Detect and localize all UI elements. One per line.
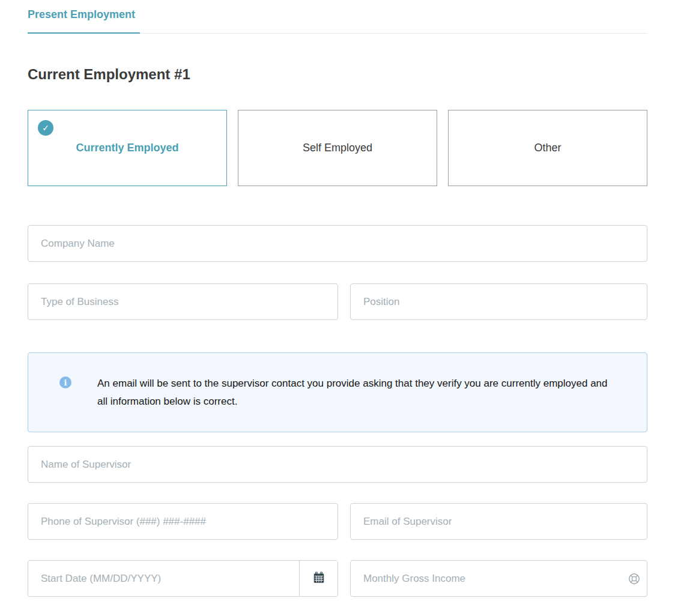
start-date-input[interactable]: [28, 561, 299, 596]
check-icon: ✓: [38, 120, 53, 136]
option-self-employed[interactable]: Self Employed: [238, 110, 437, 186]
option-label: Currently Employed: [76, 142, 178, 154]
tab-present-employment[interactable]: Present Employment: [28, 8, 140, 34]
option-label: Self Employed: [303, 142, 372, 154]
income-help-lifebuoy-icon[interactable]: [628, 572, 641, 585]
monthly-gross-income-input[interactable]: [350, 560, 647, 597]
supervisor-verification-notice: i An email will be sent to the superviso…: [28, 352, 647, 432]
calendar-icon: [312, 571, 325, 587]
page-title: Current Employment #1: [28, 66, 647, 83]
position-input[interactable]: [350, 283, 647, 320]
tab-bar: Present Employment: [28, 0, 647, 34]
supervisor-email-input[interactable]: [350, 503, 647, 540]
date-picker-button[interactable]: [299, 561, 338, 596]
employment-form-page: Present Employment Current Employment #1…: [0, 0, 675, 597]
option-currently-employed[interactable]: ✓ Currently Employed: [28, 110, 227, 186]
type-of-business-input[interactable]: [28, 283, 338, 320]
company-name-input[interactable]: [28, 225, 647, 262]
supervisor-phone-input[interactable]: [28, 503, 338, 540]
info-icon: i: [59, 376, 71, 388]
employment-type-options: ✓ Currently Employed Self Employed Other: [28, 110, 647, 186]
option-label: Other: [534, 142, 561, 154]
start-date-field: [28, 560, 338, 597]
monthly-income-field: [350, 560, 647, 597]
notice-text: An email will be sent to the supervisor …: [97, 375, 617, 411]
supervisor-name-input[interactable]: [28, 446, 647, 483]
option-other[interactable]: Other: [448, 110, 647, 186]
